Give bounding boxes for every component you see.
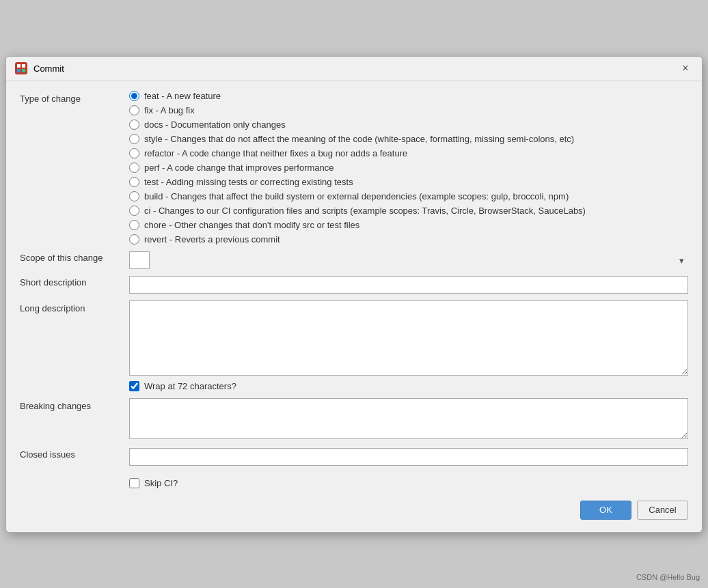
breaking-row: Breaking changes [20,398,688,441]
radio-item-docs: docs - Documentation only changes [129,120,688,130]
radio-item-revert: revert - Reverts a previous commit [129,234,688,244]
skip-ci-label[interactable]: Skip CI? [144,478,178,488]
short-desc-input[interactable] [129,276,688,294]
short-desc-content [129,276,688,294]
skip-ci-content: Skip CI? [129,473,688,488]
radio-item-perf: perf - A code change that improves perfo… [129,163,688,173]
radio-label-fix[interactable]: fix - A bug fix [144,105,195,115]
long-desc-label: Long description [20,300,129,313]
radio-item-ci: ci - Changes to our CI configuration fil… [129,206,688,216]
radio-revert[interactable] [129,234,139,244]
radio-refactor[interactable] [129,148,139,158]
closed-issues-label: Closed issues [20,448,129,460]
close-button[interactable]: × [677,60,694,76]
radio-perf[interactable] [129,163,139,173]
radio-group: feat - A new featurefix - A bug fixdocs … [129,91,688,244]
radio-label-test[interactable]: test - Adding missing tests or correctin… [144,177,353,187]
radio-docs[interactable] [129,120,139,130]
radio-label-style[interactable]: style - Changes that do not affect the m… [144,134,574,144]
type-of-change-label: Type of change [20,91,129,104]
svg-rect-0 [15,62,27,74]
app-icon [14,61,28,75]
closed-issues-input[interactable] [129,448,688,466]
short-desc-row: Short description [20,276,688,294]
radio-item-refactor: refactor - A code change that neither fi… [129,148,688,158]
wrap-checkbox-row: Wrap at 72 characters? [129,381,688,391]
commit-dialog: Commit × Type of change feat - A new fea… [5,56,703,533]
svg-rect-3 [17,69,21,72]
skip-ci-checkbox-row: Skip CI? [129,478,688,488]
radio-item-style: style - Changes that do not affect the m… [129,134,688,144]
svg-rect-1 [17,64,21,68]
breaking-content [129,398,688,441]
radio-test[interactable] [129,177,139,187]
dialog-body: Type of change feat - A new featurefix -… [6,81,702,532]
radio-label-build[interactable]: build - Changes that affect the build sy… [144,191,569,201]
watermark: CSDN @Hello Bug [636,573,700,581]
breaking-input[interactable] [129,398,688,439]
skip-ci-checkbox[interactable] [129,478,139,488]
long-desc-content: Wrap at 72 characters? [129,300,688,391]
closed-issues-content [129,448,688,466]
scope-select-wrapper [129,251,688,269]
radio-item-chore: chore - Other changes that don't modify … [129,220,688,230]
svg-rect-2 [22,64,25,68]
radio-style[interactable] [129,134,139,144]
radio-item-test: test - Adding missing tests or correctin… [129,177,688,187]
scope-select[interactable] [129,251,150,269]
skip-ci-row: Skip CI? [20,473,688,488]
dialog-title: Commit [33,64,64,74]
title-bar-left: Commit [14,61,64,75]
radio-feat[interactable] [129,91,139,101]
title-bar: Commit × [6,57,702,81]
radio-label-feat[interactable]: feat - A new feature [144,91,221,101]
long-desc-input[interactable] [129,300,688,376]
short-desc-label: Short description [20,276,129,288]
radio-label-ci[interactable]: ci - Changes to our CI configuration fil… [144,206,586,216]
radio-build[interactable] [129,191,139,201]
radio-label-perf[interactable]: perf - A code change that improves perfo… [144,163,334,173]
radio-item-build: build - Changes that affect the build sy… [129,191,688,201]
skip-ci-spacer [20,473,129,474]
radio-chore[interactable] [129,220,139,230]
radio-group-container: feat - A new featurefix - A bug fixdocs … [129,91,688,244]
wrap-label[interactable]: Wrap at 72 characters? [144,381,236,391]
type-of-change-row: Type of change feat - A new featurefix -… [20,91,688,244]
radio-ci[interactable] [129,206,139,216]
ok-button[interactable]: OK [580,501,631,520]
radio-label-refactor[interactable]: refactor - A code change that neither fi… [144,148,407,158]
radio-label-revert[interactable]: revert - Reverts a previous commit [144,234,280,244]
svg-rect-4 [22,69,25,72]
radio-item-feat: feat - A new feature [129,91,688,101]
button-row: OK Cancel [20,495,688,522]
radio-label-chore[interactable]: chore - Other changes that don't modify … [144,220,359,230]
scope-label: Scope of this change [20,251,129,263]
wrap-checkbox[interactable] [129,381,139,391]
cancel-button[interactable]: Cancel [637,501,688,520]
scope-row: Scope of this change [20,251,688,269]
closed-issues-row: Closed issues [20,448,688,466]
long-desc-row: Long description Wrap at 72 characters? [20,300,688,391]
radio-label-docs[interactable]: docs - Documentation only changes [144,120,286,130]
breaking-label: Breaking changes [20,398,129,411]
radio-item-fix: fix - A bug fix [129,105,688,115]
radio-fix[interactable] [129,105,139,115]
